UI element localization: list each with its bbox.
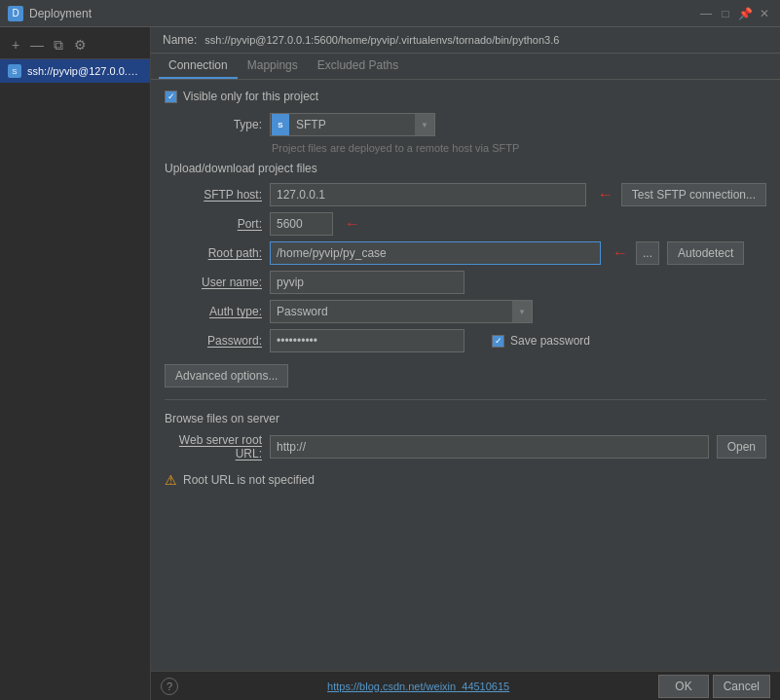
- user-name-label: User name:: [165, 276, 262, 289]
- tab-mappings[interactable]: Mappings: [238, 54, 308, 79]
- warning-text: Root URL is not specified: [183, 473, 315, 487]
- advanced-options-section: Advanced options...: [165, 364, 766, 387]
- sftp-host-input[interactable]: [270, 183, 586, 206]
- name-bar: Name: ssh://pyvip@127.0.0.1:5600/home/py…: [151, 27, 780, 54]
- type-hint: Project files are deployed to a remote h…: [272, 142, 766, 154]
- add-server-button[interactable]: +: [6, 35, 25, 55]
- password-input[interactable]: [270, 329, 464, 352]
- root-path-row: Root path: ← ... Autodetect: [165, 241, 766, 265]
- type-row: Type: S SFTP ▼: [165, 113, 766, 136]
- auth-type-select[interactable]: Password ▼: [270, 300, 533, 323]
- password-label: Password:: [165, 334, 262, 348]
- content-panel: Name: ssh://pyvip@127.0.0.1:5600/home/py…: [151, 27, 780, 700]
- remove-server-button[interactable]: —: [27, 35, 47, 55]
- auth-type-row: Auth type: Password ▼: [165, 300, 766, 323]
- name-label: Name:: [163, 33, 197, 47]
- user-name-input[interactable]: [270, 271, 464, 294]
- window-title: Deployment: [29, 7, 92, 20]
- save-password-checkbox[interactable]: [492, 335, 504, 348]
- form-area: Visible only for this project Type: S SF…: [151, 80, 780, 671]
- root-path-label: Root path:: [165, 246, 262, 260]
- browse-section: Browse files on server Web server root U…: [165, 412, 766, 492]
- auth-type-value: Password: [271, 305, 512, 318]
- tab-excluded-paths[interactable]: Excluded Paths: [308, 54, 408, 79]
- help-button[interactable]: ?: [161, 678, 178, 695]
- warning-row: ⚠ Root URL is not specified: [165, 468, 766, 492]
- sidebar-toolbar: + — ⧉ ⚙: [0, 31, 150, 59]
- main-layout: + — ⧉ ⚙ S ssh://pyvip@127.0.0.1:5 Name: …: [0, 27, 780, 700]
- visible-only-label: Visible only for this project: [183, 90, 318, 103]
- open-button[interactable]: Open: [717, 435, 766, 459]
- bottom-bar: ? https://blog.csdn.net/weixin_44510615 …: [151, 671, 780, 700]
- tabs-bar: Connection Mappings Excluded Paths: [151, 54, 780, 80]
- visible-only-row: Visible only for this project: [165, 90, 766, 103]
- root-path-arrow-icon: ←: [613, 244, 628, 262]
- sidebar-item-server[interactable]: S ssh://pyvip@127.0.0.1:5: [0, 59, 150, 83]
- cancel-button[interactable]: Cancel: [713, 675, 770, 698]
- sidebar-item-label: ssh://pyvip@127.0.0.1:5: [27, 65, 142, 77]
- app-icon: D: [8, 6, 23, 21]
- title-bar-left: D Deployment: [8, 6, 92, 21]
- section-divider: [165, 399, 766, 400]
- advanced-options-button[interactable]: Advanced options...: [165, 364, 288, 387]
- port-row: Port: ←: [165, 212, 766, 236]
- tab-connection[interactable]: Connection: [159, 54, 238, 79]
- root-path-browse-button[interactable]: ...: [636, 241, 659, 265]
- save-password-row: Save password: [492, 334, 590, 348]
- web-root-url-row: Web server root URL: Open: [165, 433, 766, 461]
- sftp-host-row: SFTP host: ← Test SFTP connection...: [165, 183, 766, 206]
- action-buttons: OK Cancel: [658, 675, 770, 698]
- server-icon: S: [8, 64, 21, 78]
- browse-section-label: Browse files on server: [165, 412, 766, 425]
- port-label: Port:: [165, 217, 262, 231]
- settings-server-button[interactable]: ⚙: [70, 35, 90, 55]
- pin-button[interactable]: 📌: [737, 6, 753, 21]
- user-name-row: User name:: [165, 271, 766, 294]
- password-row: Password: Save password: [165, 329, 766, 352]
- port-arrow-icon: ←: [345, 215, 360, 233]
- type-dropdown-arrow[interactable]: ▼: [415, 114, 434, 135]
- restore-button[interactable]: □: [718, 6, 733, 21]
- name-value: ssh://pyvip@127.0.0.1:5600/home/pyvip/.v…: [204, 34, 768, 46]
- link-text: https://blog.csdn.net/weixin_44510615: [327, 681, 509, 692]
- web-root-url-label: Web server root URL:: [165, 433, 262, 461]
- web-root-url-input[interactable]: [270, 435, 709, 459]
- upload-section-label: Upload/download project files: [165, 162, 766, 175]
- auth-type-label: Auth type:: [165, 305, 262, 318]
- autodetect-button[interactable]: Autodetect: [667, 241, 744, 265]
- warning-icon: ⚠: [165, 472, 177, 488]
- type-label: Type:: [165, 118, 262, 131]
- port-input[interactable]: [270, 212, 333, 236]
- test-sftp-button[interactable]: Test SFTP connection...: [621, 183, 766, 206]
- root-path-input[interactable]: [270, 241, 601, 265]
- type-value: SFTP: [290, 118, 415, 131]
- type-select[interactable]: S SFTP ▼: [270, 113, 435, 136]
- save-password-label: Save password: [510, 334, 590, 348]
- sftp-host-label: SFTP host:: [165, 188, 262, 202]
- ok-button[interactable]: OK: [658, 675, 708, 698]
- copy-server-button[interactable]: ⧉: [49, 35, 68, 55]
- title-bar: D Deployment — □ 📌 ✕: [0, 0, 780, 27]
- close-button[interactable]: ✕: [757, 6, 772, 21]
- sidebar: + — ⧉ ⚙ S ssh://pyvip@127.0.0.1:5: [0, 27, 151, 700]
- sftp-icon: S: [272, 114, 289, 135]
- minimize-button[interactable]: —: [698, 6, 714, 21]
- sftp-host-arrow-icon: ←: [598, 186, 613, 203]
- title-bar-controls: — □ 📌 ✕: [698, 6, 772, 21]
- auth-type-dropdown-arrow[interactable]: ▼: [512, 301, 532, 322]
- visible-only-checkbox[interactable]: [165, 91, 177, 103]
